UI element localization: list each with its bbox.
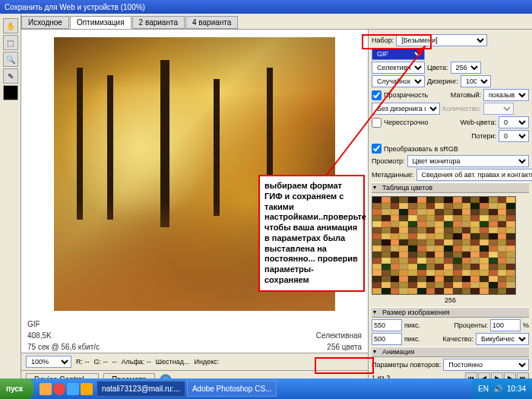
clock[interactable]: 10:34: [507, 385, 526, 393]
first-frame-button[interactable]: ⏮: [465, 372, 477, 378]
color-table: 256: [372, 196, 529, 304]
index-value: Индекс:: [194, 358, 219, 366]
ql-icon[interactable]: [67, 383, 79, 395]
webcolors-select[interactable]: 0: [499, 116, 529, 128]
zoom-select[interactable]: 100%: [26, 356, 71, 368]
color-swatch[interactable]: [3, 85, 18, 100]
matte-select[interactable]: показыв: [483, 89, 529, 101]
hex-value: Шестнад...: [156, 358, 190, 366]
ql-icon[interactable]: [53, 383, 65, 395]
info-size: 408,5K: [27, 331, 52, 340]
colortable-title[interactable]: Таблица цветов: [372, 182, 529, 193]
device-central-button[interactable]: Device Central...: [26, 373, 99, 378]
lang-indicator[interactable]: EN: [478, 385, 489, 393]
tab-2up[interactable]: 2 варианта: [132, 16, 185, 29]
ct-count: 256: [445, 296, 456, 304]
highlight-format: [362, 34, 432, 49]
animation-title[interactable]: Анимация: [372, 347, 529, 357]
qty-select: [483, 103, 514, 115]
preview-info: GIF: [21, 318, 368, 330]
color-table-grid[interactable]: [372, 196, 516, 295]
alpha-value: Альфа: --: [122, 358, 151, 366]
height-input[interactable]: [372, 333, 402, 345]
g-value: G: --: [94, 358, 108, 366]
tutorial-annotation: выбираем формат ГИФ и сохраняем с такими…: [258, 175, 365, 292]
qty-label: Количество:: [442, 105, 481, 112]
animation-controls: ⏮ ◀ ▶ ▶ ⏭: [465, 372, 529, 378]
meta-select[interactable]: Сведения об авт. правах и контакты: [416, 169, 532, 181]
tab-4up[interactable]: 4 варианта: [185, 16, 238, 29]
task-item-active[interactable]: Adobe Photoshop CS...: [187, 381, 277, 397]
quality-select[interactable]: Бикубическая: [476, 333, 529, 345]
width-input[interactable]: [372, 319, 402, 331]
ql-icon[interactable]: [81, 383, 93, 395]
arrow-annotation: [319, 42, 433, 179]
highlight-save: [315, 357, 374, 374]
toolbar: ✋ ⬚ 🔍 ✎: [0, 14, 21, 378]
quality-label: Качество:: [442, 335, 473, 343]
start-button[interactable]: пуск: [0, 378, 33, 399]
matte-label: Матовый:: [451, 91, 481, 99]
loop-label: Параметры повторов:: [372, 361, 441, 369]
ql-icon[interactable]: [40, 383, 52, 395]
preview-info3: 75 сек @ 56,6 кбит/с 256 цвета: [21, 341, 368, 353]
task-item[interactable]: natali73123@mail.ru:...: [97, 381, 185, 397]
taskbar: пуск natali73123@mail.ru:... Adobe Photo…: [0, 378, 532, 399]
tray-icon[interactable]: 🔊: [493, 385, 502, 393]
info-colors: 256 цвета: [327, 343, 362, 351]
lossy-select[interactable]: 0: [499, 130, 529, 142]
zoom-tool[interactable]: 🔍: [3, 52, 18, 67]
quicklaunch: [36, 383, 96, 395]
r-value: R: --: [76, 358, 90, 366]
hand-tool[interactable]: ✋: [3, 18, 18, 33]
lossy-label: Потери:: [471, 132, 496, 140]
dither-select[interactable]: 100%: [461, 75, 491, 87]
preview-info2: 408,5K Селективная: [21, 330, 368, 341]
eyedropper-tool[interactable]: ✎: [3, 68, 18, 84]
title-text: Сохранить для Web и устройств (100%): [5, 3, 145, 11]
b-value: --: [112, 358, 117, 366]
webcolors-label: Web-цвета:: [461, 119, 496, 126]
prev-frame-button[interactable]: ◀: [478, 372, 490, 378]
tab-original[interactable]: Исходное: [21, 16, 69, 29]
percent-input[interactable]: [490, 319, 521, 331]
colors-select[interactable]: 256: [451, 62, 481, 74]
titlebar: Сохранить для Web и устройств (100%): [0, 0, 532, 14]
info-format: GIF: [27, 320, 40, 328]
preview-button[interactable]: Просмотр: [103, 373, 155, 378]
slice-tool[interactable]: ⬚: [3, 35, 18, 50]
next-frame-button[interactable]: ▶: [504, 372, 516, 378]
resize-title[interactable]: Размер изображения: [372, 307, 529, 318]
tab-optimized[interactable]: Оптимизация: [70, 16, 131, 29]
system-tray: EN 🔊 10:34: [472, 378, 532, 399]
info-time: 75 сек @ 56,6 кбит/с: [27, 343, 100, 351]
svg-line-0: [327, 46, 426, 175]
info-palette: Селективная: [316, 331, 362, 340]
loop-select[interactable]: Постоянно: [443, 359, 529, 371]
last-frame-button[interactable]: ⏭: [517, 372, 529, 378]
view-tabs: Исходное Оптимизация 2 варианта 4 вариан…: [21, 14, 532, 30]
percent-label: Проценты:: [454, 321, 488, 329]
play-button[interactable]: ▶: [491, 372, 503, 378]
